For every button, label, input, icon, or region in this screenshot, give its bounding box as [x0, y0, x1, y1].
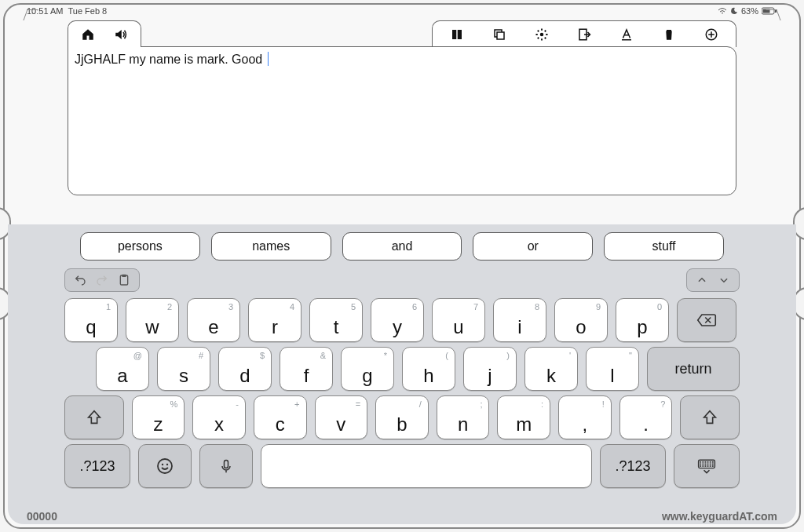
speaker-icon[interactable] [114, 27, 128, 42]
key-r[interactable]: 4r [248, 298, 302, 342]
key-row-3: %z-x+c=v/b;n:m!,?. [64, 395, 740, 439]
moon-icon [730, 7, 738, 15]
key-v[interactable]: =v [315, 395, 368, 439]
key-o[interactable]: 9o [554, 298, 608, 342]
shift-key-right[interactable] [680, 395, 740, 439]
gear-icon[interactable] [535, 27, 549, 42]
dismiss-keyboard-key[interactable] [674, 444, 740, 488]
key-i[interactable]: 8i [493, 298, 546, 342]
svg-rect-16 [702, 461, 704, 463]
key-t[interactable]: 5t [309, 298, 363, 342]
svg-rect-18 [707, 461, 709, 463]
svg-rect-29 [705, 465, 707, 467]
svg-rect-23 [705, 464, 707, 465]
return-key[interactable]: return [647, 347, 740, 391]
mic-key[interactable] [199, 444, 253, 488]
footer: 00000 www.keyguardAT.com [27, 510, 777, 523]
key-c[interactable]: +c [254, 395, 307, 439]
key-,[interactable]: !, [558, 395, 612, 439]
svg-rect-4 [497, 32, 504, 39]
key-w[interactable]: 2w [126, 298, 179, 342]
space-key[interactable] [261, 444, 592, 488]
key-g[interactable]: *g [341, 347, 394, 391]
key-s[interactable]: #s [157, 347, 210, 391]
chevron-up-icon[interactable] [695, 273, 709, 287]
status-date: Tue Feb 8 [68, 6, 107, 16]
svg-rect-31 [710, 465, 711, 467]
footer-left: 00000 [27, 510, 57, 523]
key-u[interactable]: 7u [432, 298, 485, 342]
keyboard-util-row [64, 267, 740, 293]
svg-point-12 [162, 464, 163, 465]
svg-rect-25 [710, 464, 711, 465]
text-content: JjGHALF my name is mark. Good [75, 53, 266, 66]
key-x[interactable]: -x [192, 395, 246, 439]
key-.[interactable]: ?. [619, 395, 673, 439]
svg-rect-28 [702, 465, 704, 467]
keyboard: persons names and or stuff 1q2w3e4r5t6y7… [8, 224, 796, 524]
key-z[interactable]: %z [132, 395, 185, 439]
suggestion[interactable]: names [211, 232, 331, 261]
svg-rect-17 [705, 461, 707, 463]
key-k[interactable]: 'k [524, 347, 578, 391]
svg-rect-19 [710, 461, 711, 463]
clipboard-icon[interactable] [117, 273, 131, 287]
copy-icon[interactable] [492, 27, 506, 42]
suggestion-row: persons names and or stuff [80, 232, 724, 261]
key-d[interactable]: $d [218, 347, 272, 391]
key-e[interactable]: 3e [187, 298, 240, 342]
text-cursor [268, 52, 269, 66]
home-icon[interactable] [81, 27, 95, 42]
app-area: JjGHALF my name is mark. Good [68, 20, 736, 195]
font-icon[interactable] [619, 27, 634, 42]
trash-icon[interactable] [662, 27, 676, 42]
svg-rect-21 [700, 464, 701, 465]
svg-point-13 [166, 464, 168, 465]
key-row-2: @a#s$d&f*g(h)j'k"lreturn [64, 347, 740, 391]
numeric-switch-key[interactable]: .?123 [64, 444, 130, 488]
svg-point-11 [158, 459, 172, 473]
emoji-key[interactable] [138, 444, 192, 488]
svg-point-5 [540, 32, 544, 36]
svg-rect-10 [122, 275, 126, 277]
key-j[interactable]: )j [463, 347, 517, 391]
key-h[interactable]: (h [402, 347, 455, 391]
key-p[interactable]: 0p [616, 298, 669, 342]
key-m[interactable]: :m [497, 395, 550, 439]
util-group-left [64, 268, 140, 292]
key-row-1: 1q2w3e4r5t6y7u8i9o0p [64, 298, 740, 342]
key-a[interactable]: @a [96, 347, 149, 391]
export-icon[interactable] [577, 27, 591, 42]
tab-main[interactable] [68, 20, 141, 47]
book-icon[interactable] [450, 27, 464, 42]
key-n[interactable]: ;n [437, 395, 490, 439]
suggestion[interactable]: or [473, 232, 593, 261]
svg-rect-26 [712, 464, 714, 465]
key-q[interactable]: 1q [64, 298, 118, 342]
svg-rect-30 [707, 465, 709, 467]
shift-key-left[interactable] [64, 395, 124, 439]
suggestion[interactable]: persons [80, 232, 200, 261]
svg-rect-32 [712, 465, 714, 467]
text-area[interactable]: JjGHALF my name is mark. Good [68, 46, 736, 195]
wifi-icon [718, 7, 727, 15]
suggestion[interactable]: and [342, 232, 462, 261]
util-group-right [686, 268, 740, 292]
svg-rect-27 [700, 465, 701, 467]
svg-rect-24 [707, 464, 709, 465]
footer-right: www.keyguardAT.com [662, 510, 777, 523]
key-y[interactable]: 6y [371, 298, 424, 342]
key-f[interactable]: &f [280, 347, 333, 391]
svg-rect-22 [702, 464, 704, 465]
suggestion[interactable]: stuff [604, 232, 724, 261]
backspace-key[interactable] [677, 298, 736, 342]
numeric-switch-key[interactable]: .?123 [600, 444, 666, 488]
device-frame: 10:51 AM Tue Feb 8 63% [3, 3, 801, 529]
chevron-down-icon[interactable] [717, 273, 731, 287]
undo-icon[interactable] [73, 273, 87, 287]
svg-rect-20 [712, 461, 714, 463]
redo-icon[interactable] [95, 273, 109, 287]
key-l[interactable]: "l [586, 347, 639, 391]
key-b[interactable]: /b [375, 395, 429, 439]
plus-circle-icon[interactable] [704, 27, 718, 42]
